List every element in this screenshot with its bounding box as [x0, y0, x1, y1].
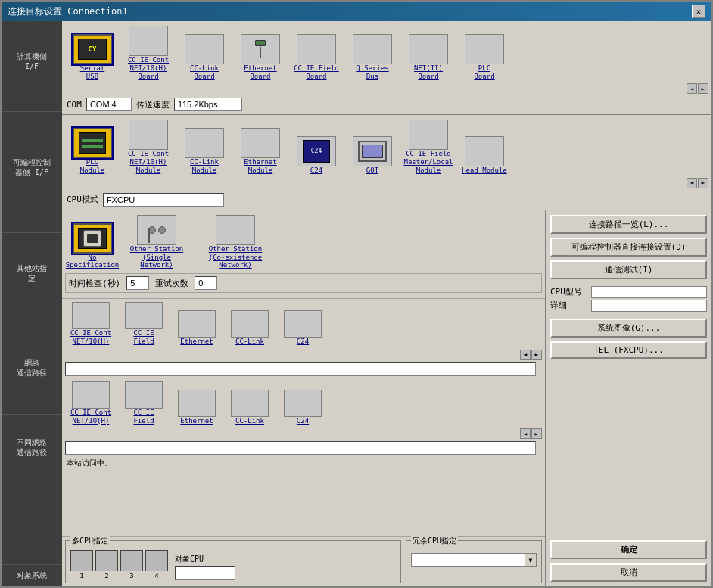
- net-ethernet[interactable]: Ethernet: [171, 310, 223, 346]
- net-cc-ie-field[interactable]: CC IEField: [118, 302, 170, 346]
- net-scroll-right[interactable]: ►: [531, 350, 542, 360]
- sidebar-item-other-station: 其他站指定: [2, 233, 62, 331]
- net-scroll-left[interactable]: ◄: [520, 350, 531, 360]
- cpu-box-2[interactable]: 2: [95, 550, 118, 580]
- got-icon: [353, 136, 392, 166]
- c24-text: C24: [311, 148, 322, 154]
- cpu-box-1[interactable]: 1: [70, 550, 93, 580]
- diff-label-c24: C24: [297, 417, 309, 425]
- title-bar: 连接目标设置 Connection1 ×: [2, 2, 711, 21]
- device-other-single[interactable]: Other Station(Single Network): [123, 213, 191, 271]
- sidebar-label-diff-network: 不同網絡通信路径: [17, 438, 47, 456]
- cpu-type-input[interactable]: [591, 286, 707, 298]
- cpu-mini-box-3: [120, 550, 143, 571]
- device-serial-usb[interactable]: CY SerialUSB: [65, 33, 120, 82]
- device-label-got: GOT: [366, 166, 378, 175]
- got-frame: [358, 141, 387, 162]
- no-spec-disk-inner: [87, 234, 98, 243]
- diff-label-cc-link: CC-Link: [235, 417, 264, 425]
- device-plc-board[interactable]: PLCBoard: [457, 33, 512, 82]
- cpu-type-label: CPU型号: [550, 286, 588, 297]
- no-spec-inner: [78, 228, 107, 249]
- device-ethernet-module[interactable]: EthernetModule: [233, 126, 288, 176]
- main-window: 连接目标设置 Connection1 × 計算機侧I/F 可編程控制器侧 I/F…: [0, 0, 713, 588]
- diff-cc-link[interactable]: CC-Link: [224, 390, 276, 425]
- network-path-input[interactable]: [65, 362, 536, 376]
- plc-if-content: PLCModule CC IE ContNET/10(H)Module CC-L…: [62, 115, 711, 209]
- com-value-input[interactable]: [86, 98, 132, 111]
- device-q-series[interactable]: Q SeriesBus: [345, 33, 400, 82]
- cpu-box-4[interactable]: 4: [145, 550, 168, 580]
- cpu-num-3: 3: [129, 572, 133, 580]
- retry-input[interactable]: [195, 276, 217, 290]
- diff-scroll-right[interactable]: ►: [531, 428, 542, 439]
- confirm-button[interactable]: 确定: [550, 540, 707, 559]
- cancel-button[interactable]: 取消: [550, 563, 707, 582]
- net-c24[interactable]: C24: [277, 310, 328, 346]
- computer-device-row: CY SerialUSB CC IE ContNET/10(H)Board: [62, 21, 711, 82]
- direct-connect-button[interactable]: 可编程控制器直接连接设置(D): [550, 238, 707, 257]
- device-cc-ie-field-board[interactable]: CC IE FieldBoard: [289, 33, 344, 82]
- eth-cable: [260, 47, 261, 58]
- cpu-box-3[interactable]: 3: [120, 550, 143, 580]
- diff-scroll-left[interactable]: ◄: [520, 428, 531, 439]
- device-cc-ie-cont[interactable]: CC IE ContNET/10(H)Board: [121, 24, 176, 82]
- network-icons-row: CC IE ContNET/10(H) CC IEField Ethernet: [62, 299, 545, 349]
- diff-cc-ie-cont[interactable]: CC IE ContNET/10(H): [65, 381, 117, 425]
- diff-ethernet[interactable]: Ethernet: [171, 390, 223, 425]
- diff-ethernet-icon: [178, 390, 216, 417]
- diff-network-input[interactable]: [65, 441, 536, 455]
- device-label-other-coexist: Other Station(Co-existence Network): [195, 245, 276, 269]
- detail-label: 详细: [550, 300, 588, 311]
- sidebar-label-other-station: 其他站指定: [17, 264, 47, 282]
- plc-scroll-right[interactable]: ►: [698, 178, 708, 188]
- status-text-row: 本站访问中。: [62, 456, 545, 470]
- redundant-select[interactable]: [411, 553, 525, 567]
- connection-path-button[interactable]: 连接路径一览(L)...: [550, 215, 707, 234]
- computer-if-content: CY SerialUSB CC IE ContNET/10(H)Board: [62, 21, 711, 114]
- net-cc-link[interactable]: CC-Link: [224, 310, 276, 346]
- other-line: [148, 228, 150, 243]
- diff-cc-ie-field[interactable]: CC IEField: [118, 381, 170, 425]
- cpu-mode-input[interactable]: [103, 193, 224, 207]
- system-image-button[interactable]: 系统图像(G)...: [550, 319, 707, 338]
- plc-scroll-left[interactable]: ◄: [687, 178, 697, 188]
- multi-cpu-title: 多CPU指定: [70, 536, 110, 546]
- net-cc-ie-cont[interactable]: CC IE ContNET/10(H): [65, 302, 117, 346]
- c24-icon: C24: [297, 136, 336, 166]
- target-cpu-input[interactable]: [175, 566, 235, 580]
- device-cc-link-module[interactable]: CC-LinkModule: [177, 126, 232, 176]
- device-got[interactable]: GOT: [345, 135, 400, 176]
- close-button[interactable]: ×: [692, 5, 705, 18]
- window-title: 连接目标设置 Connection1: [8, 5, 128, 18]
- device-label-net-ii: NET(II)Board: [414, 64, 443, 81]
- device-label-ethernet-module: EthernetModule: [244, 158, 276, 175]
- timeout-label: 时间检查(秒): [69, 278, 120, 289]
- device-c24[interactable]: C24 C24: [289, 135, 344, 176]
- diff-c24[interactable]: C24: [277, 390, 328, 425]
- device-other-coexist[interactable]: Other Station(Co-existence Network): [194, 213, 277, 271]
- scroll-left-btn[interactable]: ◄: [687, 83, 697, 94]
- tel-button[interactable]: TEL (FXCPU)...: [550, 341, 707, 359]
- device-plc-module[interactable]: PLCModule: [65, 126, 120, 176]
- cpu-type-section: CPU型号 详细: [550, 286, 707, 315]
- device-label-no-spec: No Specification: [66, 254, 119, 270]
- redundant-dropdown-btn[interactable]: ▼: [525, 553, 537, 567]
- device-cc-ie-field-master[interactable]: CC IE FieldMaster/LocalModule: [401, 118, 456, 176]
- device-head-module[interactable]: Head Module: [457, 135, 512, 176]
- comm-test-button[interactable]: 通信测试(I): [550, 260, 707, 279]
- device-cc-ie-cont-module[interactable]: CC IE ContNET/10(H)Module: [121, 118, 176, 176]
- cpu-mode-row: CPU模式: [62, 190, 711, 210]
- device-cc-link-board[interactable]: CC-LinkBoard: [177, 33, 232, 82]
- diff-cc-ie-cont-icon: [72, 381, 110, 409]
- device-label-q-series: Q SeriesBus: [356, 64, 388, 81]
- speed-value-input[interactable]: [174, 98, 242, 111]
- cc-link-module-icon: [185, 128, 224, 158]
- device-net-ii[interactable]: NET(II)Board: [401, 33, 456, 82]
- sidebar-label-plc-if: 可編程控制器侧 I/F: [13, 158, 51, 176]
- detail-input[interactable]: [591, 300, 707, 312]
- device-no-spec[interactable]: No Specification: [65, 222, 120, 272]
- device-ethernet-board[interactable]: EthernetBoard: [233, 33, 288, 82]
- timeout-input[interactable]: [126, 276, 149, 290]
- scroll-right-btn[interactable]: ►: [698, 83, 708, 94]
